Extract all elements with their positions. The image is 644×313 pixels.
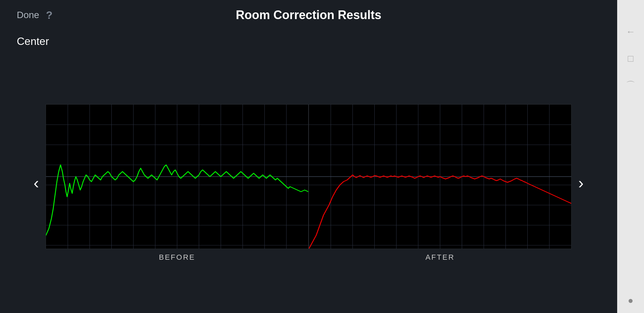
prev-arrow[interactable]: ‹ bbox=[27, 167, 46, 199]
sidebar-dot bbox=[629, 299, 633, 303]
square-icon[interactable]: □ bbox=[622, 50, 639, 67]
page-title: Room Correction Results bbox=[236, 8, 381, 22]
before-graph-canvas bbox=[46, 104, 309, 249]
section-label: Center bbox=[7, 30, 610, 53]
charts-container: BEFORE bbox=[46, 104, 572, 262]
next-arrow[interactable]: › bbox=[572, 167, 590, 199]
graphs-row: BEFORE bbox=[46, 104, 572, 262]
before-graph-svg bbox=[46, 105, 308, 249]
main-content: Done ? Room Correction Results Center ‹ bbox=[0, 0, 617, 313]
back-icon[interactable]: ← bbox=[622, 23, 639, 40]
help-icon[interactable]: ? bbox=[46, 9, 53, 21]
after-label: AFTER bbox=[425, 253, 454, 262]
pulse-icon[interactable]: ⌒ bbox=[622, 77, 639, 94]
after-graph-wrapper: AFTER bbox=[309, 104, 572, 262]
after-graph-canvas bbox=[309, 104, 572, 249]
done-button[interactable]: Done bbox=[17, 10, 39, 20]
header: Done ? Room Correction Results bbox=[7, 0, 610, 30]
sidebar: ← □ ⌒ bbox=[617, 0, 644, 313]
before-label: BEFORE bbox=[159, 253, 195, 262]
charts-area: ‹ bbox=[7, 53, 610, 313]
after-graph-svg bbox=[309, 105, 571, 249]
before-graph-wrapper: BEFORE bbox=[46, 104, 309, 262]
